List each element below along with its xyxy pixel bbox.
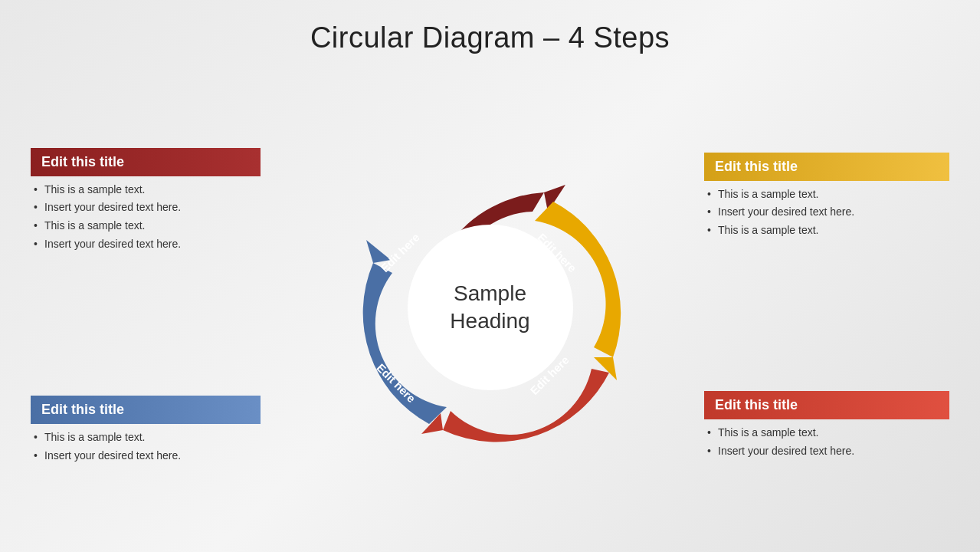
bullet-item: This is a sample text. [34, 219, 257, 234]
bullet-item: Insert your desired text here. [34, 200, 257, 215]
bullet-item: Insert your desired text here. [34, 449, 257, 464]
content-area: Edit this title This is a sample text. I… [0, 62, 980, 552]
bullet-item: This is a sample text. [707, 426, 946, 441]
panel-top-right: Edit this title This is a sample text. I… [704, 153, 949, 242]
center-heading-line1: Sample [454, 281, 526, 304]
panel-bottom-left-title[interactable]: Edit this title [31, 396, 261, 424]
panel-top-right-title[interactable]: Edit this title [704, 153, 949, 181]
bullet-item: This is a sample text. [707, 223, 946, 238]
panel-top-left-title[interactable]: Edit this title [31, 148, 261, 176]
bullet-item: Insert your desired text here. [34, 237, 257, 252]
panel-top-left-bullets: This is a sample text. Insert your desir… [31, 182, 261, 255]
panel-top-right-bullets: This is a sample text. Insert your desir… [704, 187, 949, 242]
center-heading-line2: Heading [450, 309, 529, 333]
panel-bottom-left: Edit this title This is a sample text. I… [31, 396, 261, 466]
panel-top-left: Edit this title This is a sample text. I… [31, 148, 261, 255]
circle-diagram: Edit here Edit here Edit here Edit here … [329, 146, 651, 468]
bullet-item: Insert your desired text here. [707, 205, 946, 220]
panel-bottom-left-bullets: This is a sample text. Insert your desir… [31, 430, 261, 466]
main-title: Circular Diagram – 4 Steps [310, 21, 670, 54]
panel-bottom-right-title[interactable]: Edit this title [704, 391, 949, 419]
bullet-item: This is a sample text. [707, 187, 946, 202]
bullet-item: This is a sample text. [34, 182, 257, 198]
svg-marker-4 [366, 240, 391, 263]
panel-bottom-right: Edit this title This is a sample text. I… [704, 391, 949, 462]
right-panels: Edit this title This is a sample text. I… [704, 62, 949, 552]
bullet-item: This is a sample text. [34, 430, 257, 445]
left-panels: Edit this title This is a sample text. I… [31, 62, 261, 552]
svg-text:Edit here: Edit here [329, 146, 382, 149]
center-heading: Sample Heading [450, 279, 529, 335]
panel-bottom-right-bullets: This is a sample text. Insert your desir… [704, 426, 949, 462]
bullet-item: Insert your desired text here. [707, 444, 946, 459]
slide: Circular Diagram – 4 Steps Edit this tit… [0, 0, 980, 552]
